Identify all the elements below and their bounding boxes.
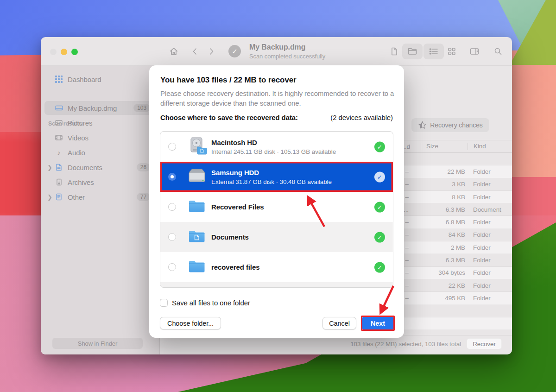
sidebar-item-label: Documents — [68, 164, 102, 171]
cancel-button[interactable]: Cancel — [322, 317, 356, 329]
home-icon[interactable] — [167, 45, 180, 58]
sidebar-item-label: Archives — [68, 178, 94, 186]
destination-row-partial — [160, 282, 393, 288]
archives-icon — [55, 178, 63, 186]
documents-icon — [55, 164, 63, 171]
recovery-destination-dialog: You have 103 files / 22 MB to recover Pl… — [149, 65, 404, 338]
recover-button[interactable]: Recover — [467, 338, 502, 349]
next-button[interactable]: Next — [362, 317, 393, 329]
dialog-title: You have 103 files / 22 MB to recover — [160, 76, 297, 85]
audio-note-icon: ♪ — [55, 149, 63, 156]
other-file-icon — [55, 193, 63, 201]
window-title: My Backup.dmg — [249, 43, 325, 51]
choose-folder-button[interactable]: Choose folder... — [160, 317, 221, 329]
sidebar-item-label: Videos — [68, 134, 88, 142]
green-check-icon: ✓ — [374, 202, 385, 212]
destination-details: Internal 245.11 GB disk · 105.13 GB avai… — [211, 148, 336, 155]
destination-row-samsung-hdd[interactable]: Samsung HDD External 31.87 GB disk · 30.… — [160, 162, 393, 192]
chevron-right-icon[interactable]: ❯ — [47, 194, 52, 201]
radio-icon[interactable] — [168, 203, 176, 211]
selection-status-text: 103 files (22 MB) selected, 103 files to… — [350, 341, 461, 348]
sidebar-item-label: My Backup.dmg — [68, 104, 117, 112]
sidebar-item-archives[interactable]: Archives — [44, 175, 154, 189]
titlebar: ✓ My Backup.dmg Scan completed successfu… — [41, 37, 512, 66]
search-icon[interactable] — [492, 45, 505, 58]
radio-icon[interactable] — [168, 263, 176, 271]
radio-icon[interactable] — [168, 233, 176, 241]
list-view-button[interactable] — [423, 44, 444, 59]
recovery-chances-label: Recovery chances — [430, 121, 483, 129]
column-header-kind[interactable]: Kind — [468, 143, 512, 150]
scan-complete-check-icon: ✓ — [228, 45, 241, 57]
recovery-chances-button[interactable]: Recovery chances — [411, 118, 489, 132]
destination-list: Macintosh HD Internal 245.11 GB disk · 1… — [160, 131, 393, 288]
dashboard-grid-icon — [55, 76, 63, 83]
minimize-window-button[interactable] — [61, 49, 67, 55]
destination-row-macintosh-hd[interactable]: Macintosh HD Internal 245.11 GB disk · 1… — [160, 132, 393, 162]
choose-destination-label: Choose where to save the recovered data: — [160, 114, 298, 121]
checkbox-icon[interactable] — [160, 299, 168, 307]
sidebar: Dashboard Scan results My Backup.dmg 103… — [41, 66, 160, 354]
destination-name: Documents — [211, 233, 249, 241]
blue-folder-icon — [188, 259, 206, 275]
sidebar-item-label: Pictures — [68, 119, 92, 127]
file-icon[interactable] — [388, 45, 401, 58]
radio-selected-icon[interactable] — [168, 173, 176, 181]
destination-details: External 31.87 GB disk · 30.48 GB availa… — [211, 178, 332, 185]
show-in-finder-button[interactable]: Show in Finder — [52, 338, 143, 349]
destination-row-recovered-files-2[interactable]: recovered files ✓ — [160, 252, 393, 282]
green-check-icon: ✓ — [374, 232, 385, 242]
back-icon[interactable] — [189, 45, 202, 58]
sidebar-badge: 77 — [137, 193, 150, 201]
sidebar-badge: 103 — [133, 104, 150, 112]
close-window-button[interactable] — [50, 49, 57, 55]
destination-name: Samsung HDD — [211, 169, 332, 177]
grid-view-icon[interactable] — [445, 45, 458, 58]
folder-view-button[interactable] — [402, 44, 423, 59]
chevron-right-icon[interactable]: ❯ — [47, 164, 52, 171]
destination-row-documents[interactable]: Documents ✓ — [160, 222, 393, 252]
sidebar-item-other[interactable]: ❯ Other 77 — [44, 190, 154, 204]
sidebar-item-pictures[interactable]: Pictures — [44, 116, 154, 130]
sidebar-item-my-backup[interactable]: My Backup.dmg 103 — [44, 101, 154, 115]
destination-row-recovered-files[interactable]: Recovered Files ✓ — [160, 192, 393, 222]
sidebar-item-label: Dashboard — [68, 76, 101, 83]
sidebar-item-documents[interactable]: ❯ Documents 26 — [44, 160, 154, 174]
save-all-checkbox-row[interactable]: Save all files to one folder — [160, 299, 250, 307]
window-subtitle: Scan completed successfully — [249, 53, 325, 60]
zoom-window-button[interactable] — [71, 49, 78, 55]
save-all-label: Save all files to one folder — [172, 299, 250, 307]
destination-name: recovered files — [211, 263, 259, 271]
pictures-icon — [55, 119, 63, 126]
sidebar-item-videos[interactable]: Videos — [44, 131, 154, 145]
next-button-annotation-border: Next — [361, 316, 395, 331]
forward-icon[interactable] — [205, 45, 218, 58]
green-check-icon: ✓ — [374, 262, 385, 272]
blue-folder-documents-icon — [188, 229, 206, 245]
sidebar-item-dashboard[interactable]: Dashboard — [44, 72, 154, 86]
disk-image-icon — [55, 104, 63, 112]
radio-icon[interactable] — [168, 143, 176, 151]
sidebar-badge: 26 — [137, 163, 150, 171]
dialog-description: Please choose recovery destination. It i… — [160, 89, 398, 108]
destination-name: Recovered Files — [211, 203, 264, 211]
panel-view-icon[interactable] — [468, 45, 481, 58]
sidebar-item-label: Audio — [68, 149, 85, 157]
external-drive-icon — [186, 168, 208, 186]
devices-available-label: (2 devices available) — [330, 114, 393, 121]
destination-name: Macintosh HD — [211, 139, 336, 146]
sidebar-item-audio[interactable]: ♪ Audio — [44, 145, 154, 159]
selected-check-icon: ✓ — [374, 171, 385, 182]
sidebar-item-label: Other — [68, 193, 85, 201]
star-half-icon — [418, 121, 427, 129]
column-header-size[interactable]: Size — [421, 143, 468, 150]
internal-drive-icon — [186, 137, 208, 157]
green-check-icon: ✓ — [374, 141, 385, 152]
blue-folder-icon — [188, 199, 206, 215]
videos-icon — [55, 134, 63, 141]
